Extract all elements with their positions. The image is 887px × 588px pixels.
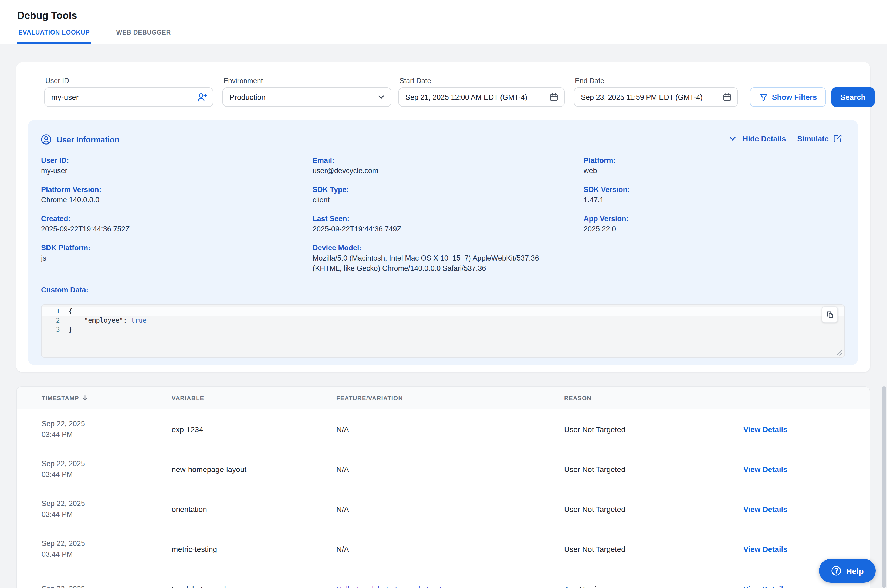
reason-cell: User Not Targeted (564, 529, 737, 568)
timestamp-text: Sep 22, 2025 (42, 584, 85, 588)
tab-web-debugger[interactable]: WEB DEBUGGER (114, 29, 173, 44)
copy-button[interactable] (822, 306, 838, 322)
calendar-icon[interactable] (722, 92, 732, 102)
user-info-value: 2025-09-22T19:44:36.752Z (41, 224, 298, 234)
timestamp-cell: Sep 22, 202503:44 PM (42, 489, 166, 529)
help-button[interactable]: Help (819, 559, 876, 583)
code-line-text: { (60, 307, 72, 316)
user-info-label: SDK Platform: (41, 243, 313, 253)
sort-descending-icon (82, 394, 89, 401)
scrollbar-thumb[interactable] (882, 386, 886, 588)
calendar-icon[interactable] (549, 92, 559, 102)
table-row: Sep 22, 2025togglebot-speedHello Toggleb… (17, 569, 870, 588)
table-row: Sep 22, 202503:44 PMorientationN/AUser N… (17, 489, 870, 529)
timestamp-time: 03:44 PM (42, 429, 85, 440)
code-line-number: 2 (42, 316, 60, 325)
start-date-input[interactable]: Sep 21, 2025 12:00 AM EDT (GMT-4) (398, 87, 565, 107)
code-token: : (123, 316, 131, 324)
page-header: Debug Tools EVALUATION LOOKUP WEB DEBUGG… (0, 0, 887, 44)
user-info-label: App Version: (583, 214, 832, 224)
timestamp-date: Sep 22, 2025 (42, 538, 85, 549)
code-line-text: } (60, 325, 72, 334)
user-info-value: 2025-09-22T19:44:36.749Z (313, 224, 569, 234)
timestamp-cell: Sep 22, 202503:44 PM (42, 449, 166, 489)
view-details-link[interactable]: View Details (743, 425, 788, 434)
show-filters-button[interactable]: Show Filters (750, 87, 826, 107)
user-info-field: Created:2025-09-22T19:44:36.752Z (41, 214, 313, 234)
user-info-value: js (41, 253, 298, 263)
code-token: true (131, 316, 147, 324)
end-date-input[interactable]: Sep 23, 2025 11:59 PM EDT (GMT-4) (574, 87, 738, 107)
table-body: Sep 22, 202503:44 PMexp-1234N/AUser Not … (17, 410, 870, 588)
user-info-label: Created: (41, 214, 313, 224)
end-date-label: End Date (575, 76, 604, 85)
custom-data-label: Custom Data: (41, 286, 89, 294)
user-info-field: Platform:web (583, 155, 832, 176)
show-filters-label: Show Filters (772, 93, 817, 101)
user-id-input[interactable] (51, 93, 206, 101)
simulate-button[interactable]: Simulate (797, 134, 842, 143)
user-information-header: User Information (41, 134, 119, 145)
resize-handle[interactable] (836, 349, 843, 356)
reason-cell: User Not Targeted (564, 449, 737, 489)
tab-evaluation-lookup[interactable]: EVALUATION LOOKUP (17, 29, 91, 44)
timestamp-text: Sep 22, 202503:44 PM (42, 498, 85, 520)
panel-actions: Hide Details Simulate (728, 134, 842, 143)
variable-cell: orientation (172, 489, 331, 529)
user-info-value: Mozilla/5.0 (Macintosh; Intel Mac OS X 1… (313, 253, 569, 273)
table-header-row: TIMESTAMP VARIABLE FEATURE/VARIATION REA… (17, 387, 870, 410)
search-button[interactable]: Search (831, 87, 875, 107)
view-details-link[interactable]: View Details (743, 465, 788, 473)
custom-data-editor[interactable]: 1{2 "employee": true3} (41, 304, 845, 358)
user-info-label: Email: (313, 155, 583, 166)
person-add-icon[interactable] (197, 92, 207, 102)
user-info-field: Device Model:Mozilla/5.0 (Macintosh; Int… (313, 243, 583, 273)
feature-variation-cell: N/A (336, 529, 558, 568)
timestamp-cell: Sep 22, 202503:44 PM (42, 410, 166, 449)
view-details-link[interactable]: View Details (743, 585, 788, 588)
user-info-label: Last Seen: (313, 214, 583, 224)
user-info-field: Email:user@devcycle.com (313, 155, 583, 176)
view-details-link[interactable]: View Details (743, 544, 788, 553)
code-token: { (69, 308, 72, 315)
user-info-label: User ID: (41, 155, 313, 166)
user-info-value: user@devcycle.com (313, 166, 569, 176)
user-information-panel: User Information Hide Details Simulate (28, 120, 858, 365)
user-info-value: 1.47.1 (583, 195, 832, 205)
code-line: 2 "employee": true (42, 316, 844, 325)
feature-variation-cell[interactable]: Hello Togglebot - Example Feature (336, 569, 558, 588)
content-area: User ID Environment Production (0, 44, 887, 588)
environment-value: Production (230, 93, 266, 101)
page-title: Debug Tools (17, 10, 77, 22)
timestamp-text: Sep 22, 202503:44 PM (42, 458, 85, 480)
column-header-reason[interactable]: REASON (564, 387, 591, 409)
tab-bar: EVALUATION LOOKUP WEB DEBUGGER (17, 29, 173, 44)
user-circle-icon (41, 134, 52, 145)
debug-tools-page: Debug Tools EVALUATION LOOKUP WEB DEBUGG… (0, 0, 887, 588)
column-header-variable[interactable]: VARIABLE (172, 387, 204, 409)
user-info-label: Device Model: (313, 243, 583, 253)
column-header-feature-variation[interactable]: FEATURE/VARIATION (336, 387, 403, 409)
table-row: Sep 22, 202503:44 PMexp-1234N/AUser Not … (17, 410, 870, 449)
timestamp-text: Sep 22, 202503:44 PM (42, 418, 85, 440)
user-info-field: SDK Platform:js (41, 243, 313, 263)
environment-select[interactable]: Production (223, 87, 391, 107)
variable-cell: togglebot-speed (172, 569, 331, 588)
timestamp-text: Sep 22, 202503:44 PM (42, 538, 85, 560)
user-info-field: User ID:my-user (41, 155, 313, 176)
hide-details-button[interactable]: Hide Details (728, 134, 786, 142)
feature-variation-cell: N/A (336, 410, 558, 449)
reason-cell: App Version (564, 569, 737, 588)
evaluations-table: TIMESTAMP VARIABLE FEATURE/VARIATION REA… (16, 386, 870, 588)
column-header-timestamp[interactable]: TIMESTAMP (42, 387, 89, 409)
end-date-value: Sep 23, 2025 11:59 PM EDT (GMT-4) (581, 93, 703, 101)
feature-variation-cell: N/A (336, 449, 558, 489)
timestamp-time: 03:44 PM (42, 469, 85, 480)
simulate-label: Simulate (797, 134, 829, 142)
user-id-label: User ID (45, 76, 69, 85)
copy-icon (826, 310, 834, 318)
feature-variation-cell: N/A (336, 489, 558, 529)
reason-cell: User Not Targeted (564, 410, 737, 449)
timestamp-date: Sep 22, 2025 (42, 584, 85, 588)
view-details-link[interactable]: View Details (743, 505, 788, 513)
